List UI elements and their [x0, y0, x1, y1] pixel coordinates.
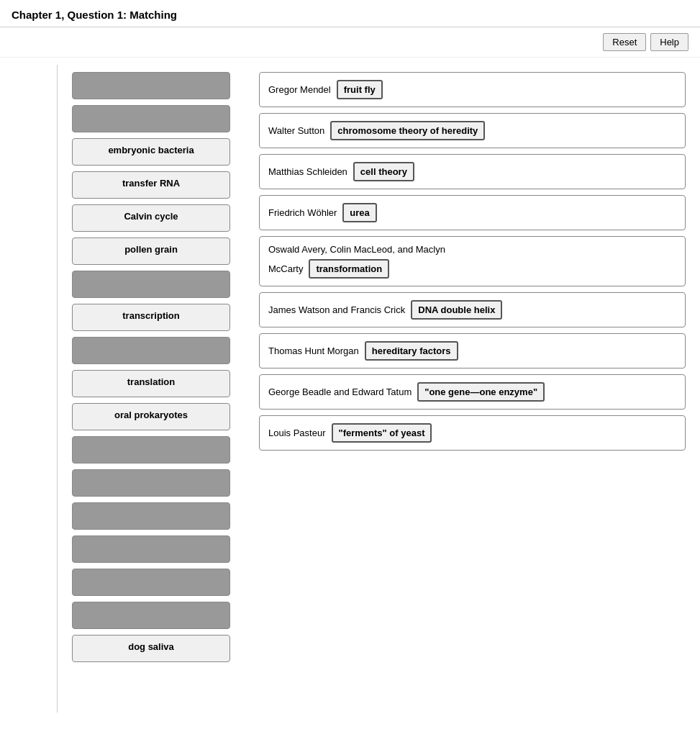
match-chip-m8[interactable]: "one gene—one enzyme" — [417, 382, 545, 402]
match-box-m4: Friedrich Wöhlerurea — [259, 195, 686, 230]
match-box-m8: George Beadle and Edward Tatum"one gene—… — [259, 374, 686, 410]
match-box-m1: Gregor Mendelfruit fly — [259, 72, 686, 107]
main-content: embryonic bacteriatransfer RNACalvin cyc… — [0, 58, 700, 720]
match-box-m2: Walter Suttonchromosome theory of heredi… — [259, 113, 686, 148]
columns-wrapper: embryonic bacteriatransfer RNACalvin cyc… — [58, 65, 700, 713]
left-term-t17[interactable] — [72, 602, 230, 629]
left-term-t13[interactable] — [72, 469, 230, 497]
match-chip-m7[interactable]: hereditary factors — [365, 341, 458, 361]
help-button[interactable]: Help — [650, 33, 688, 51]
match-row-m3: Matthias Schleidencell theory — [268, 162, 676, 181]
match-chip-m5[interactable]: transformation — [309, 259, 389, 279]
person-name-m6: James Watson and Francis Crick — [268, 304, 405, 315]
left-term-t16[interactable] — [72, 569, 230, 596]
person-name-m4: Friedrich Wöhler — [268, 207, 337, 218]
match-row-m9: Louis Pasteur"ferments" of yeast — [268, 423, 676, 443]
left-term-t6[interactable]: pollen grain — [72, 238, 230, 265]
match-box-m7: Thomas Hunt Morganhereditary factors — [259, 333, 686, 368]
match-row-m6: James Watson and Francis CrickDNA double… — [268, 300, 676, 320]
left-sidebar — [0, 65, 58, 713]
match-box-m9: Louis Pasteur"ferments" of yeast — [259, 415, 686, 451]
match-chip-m4[interactable]: urea — [342, 203, 376, 222]
person-name-m8: George Beadle and Edward Tatum — [268, 386, 412, 397]
match-box-m5: Oswald Avery, Colin MacLeod, and MaclynM… — [259, 236, 686, 286]
match-row-m1: Gregor Mendelfruit fly — [268, 80, 676, 99]
page-title: Chapter 1, Question 1: Matching — [12, 9, 177, 21]
left-column: embryonic bacteriatransfer RNACalvin cyc… — [72, 65, 230, 713]
person-name-m5: Oswald Avery, Colin MacLeod, and Maclyn — [268, 244, 676, 255]
reset-button[interactable]: Reset — [603, 33, 646, 51]
match-row-m5: McCartytransformation — [268, 259, 676, 279]
left-term-t11[interactable]: oral prokaryotes — [72, 403, 230, 430]
match-box-m6: James Watson and Francis CrickDNA double… — [259, 292, 686, 327]
left-term-t4[interactable]: transfer RNA — [72, 171, 230, 199]
left-term-t3[interactable]: embryonic bacteria — [72, 138, 230, 166]
match-chip-m2[interactable]: chromosome theory of heredity — [330, 121, 485, 140]
right-column: Gregor Mendelfruit flyWalter Suttonchrom… — [259, 65, 686, 713]
match-chip-m6[interactable]: DNA double helix — [411, 300, 502, 320]
left-term-t15[interactable] — [72, 535, 230, 563]
person-name2-m5: McCarty — [268, 263, 303, 274]
person-name-m3: Matthias Schleiden — [268, 166, 347, 177]
page-header: Chapter 1, Question 1: Matching — [0, 0, 700, 27]
match-row-m8: George Beadle and Edward Tatum"one gene—… — [268, 382, 676, 402]
left-term-t14[interactable] — [72, 502, 230, 530]
match-row-m7: Thomas Hunt Morganhereditary factors — [268, 341, 676, 361]
left-term-t2[interactable] — [72, 105, 230, 132]
left-term-t8[interactable]: transcription — [72, 304, 230, 331]
match-row-m2: Walter Suttonchromosome theory of heredi… — [268, 121, 676, 140]
left-term-t7[interactable] — [72, 271, 230, 298]
left-term-t12[interactable] — [72, 436, 230, 464]
left-term-t18[interactable]: dog saliva — [72, 635, 230, 662]
top-bar: Reset Help — [0, 27, 700, 58]
left-term-t9[interactable] — [72, 337, 230, 364]
person-name-m7: Thomas Hunt Morgan — [268, 345, 359, 356]
left-term-t10[interactable]: translation — [72, 370, 230, 397]
match-box-m3: Matthias Schleidencell theory — [259, 154, 686, 189]
person-name-m9: Louis Pasteur — [268, 428, 326, 438]
person-name-m2: Walter Sutton — [268, 125, 324, 136]
left-term-t1[interactable] — [72, 72, 230, 99]
match-chip-m9[interactable]: "ferments" of yeast — [332, 423, 432, 443]
person-name-m1: Gregor Mendel — [268, 84, 331, 95]
match-chip-m1[interactable]: fruit fly — [337, 80, 383, 99]
left-term-t5[interactable]: Calvin cycle — [72, 204, 230, 232]
match-chip-m3[interactable]: cell theory — [353, 162, 414, 181]
match-row-m4: Friedrich Wöhlerurea — [268, 203, 676, 222]
